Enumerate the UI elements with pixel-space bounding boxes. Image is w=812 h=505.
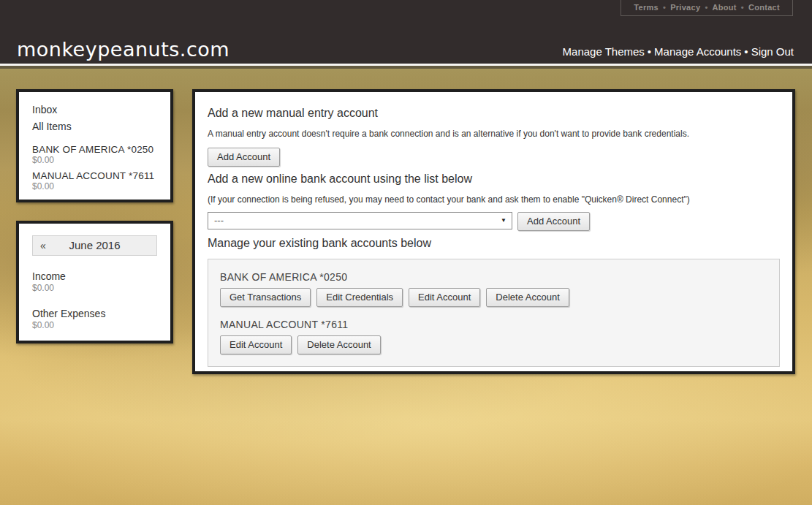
get-transactions-button[interactable]: Get Transactions [220,288,311,307]
bank-select-value: --- [214,215,224,226]
page-background: Terms•Privacy•About•Contact monkeypeanut… [0,0,812,505]
sidebar-account-link[interactable]: MANUAL ACCOUNT *7611 [32,170,157,181]
header: Terms•Privacy•About•Contact monkeypeanut… [0,0,812,66]
edit-credentials-button[interactable]: Edit Credentials [316,288,403,307]
terms-link[interactable]: Terms [634,3,659,12]
main-content-panel: Add a new manual entry account A manual … [192,89,795,374]
header-nav: Manage Themes•Manage Accounts•Sign Out [563,45,794,58]
delete-account-button[interactable]: Delete Account [297,335,380,354]
link-separator: • [705,3,707,12]
nav-separator: • [744,45,748,58]
manual-account-section-title: Add a new manual entry account [208,107,780,120]
sidebar-item-all-items[interactable]: All Items [32,121,157,132]
bank-select[interactable]: --- ▼ [208,212,512,229]
account-actions-row: Edit Account Delete Account [220,335,767,354]
month-bar: « June 2016 [32,235,157,256]
manage-themes-link[interactable]: Manage Themes [563,45,645,58]
chevron-down-icon: ▼ [501,213,506,229]
manual-account-description: A manual entry account doesn't require a… [208,129,780,139]
sidebar-accounts-panel: Inbox All Items BANK OF AMERICA *0250 $0… [16,89,173,202]
online-account-section-title: Add a new online bank account using the … [208,172,780,186]
month-summary-panel: « June 2016 Income $0.00 Other Expenses … [16,221,173,343]
month-label: June 2016 [69,239,120,251]
sidebar-account-balance: $0.00 [32,155,157,165]
link-separator: • [663,3,666,12]
nav-separator: • [648,45,651,58]
sign-out-link[interactable]: Sign Out [751,45,794,58]
edit-account-button[interactable]: Edit Account [220,335,292,354]
managed-account-name: BANK OF AMERICA *0250 [220,271,767,283]
other-expenses-label: Other Expenses [32,308,157,319]
account-actions-row: Get Transactions Edit Credentials Edit A… [220,288,767,307]
delete-account-button[interactable]: Delete Account [486,288,569,307]
link-separator: • [741,3,744,12]
spacer [32,137,157,144]
contact-link[interactable]: Contact [748,3,780,12]
manage-accounts-section-title: Manage your existing bank accounts below [208,237,780,250]
existing-accounts-box: BANK OF AMERICA *0250 Get Transactions E… [208,259,780,367]
site-logo[interactable]: monkeypeanuts.com [17,38,229,61]
sidebar-item-inbox[interactable]: Inbox [32,104,157,115]
previous-month-icon[interactable]: « [40,236,46,255]
privacy-link[interactable]: Privacy [670,3,700,12]
sidebar-account-link[interactable]: BANK OF AMERICA *0250 [32,144,157,155]
income-value: $0.00 [32,283,157,293]
top-links-bar: Terms•Privacy•About•Contact [621,0,793,16]
income-label: Income [32,270,157,282]
manage-accounts-link[interactable]: Manage Accounts [654,45,741,58]
about-link[interactable]: About [713,3,737,12]
online-account-note: (If your connection is being refused, yo… [208,194,780,205]
add-online-account-button[interactable]: Add Account [517,212,590,231]
add-manual-account-button[interactable]: Add Account [208,148,280,167]
sidebar-account-balance: $0.00 [32,181,157,191]
edit-account-button[interactable]: Edit Account [409,288,480,307]
managed-account-name: MANUAL ACCOUNT *7611 [220,319,767,330]
other-expenses-value: $0.00 [32,320,157,330]
